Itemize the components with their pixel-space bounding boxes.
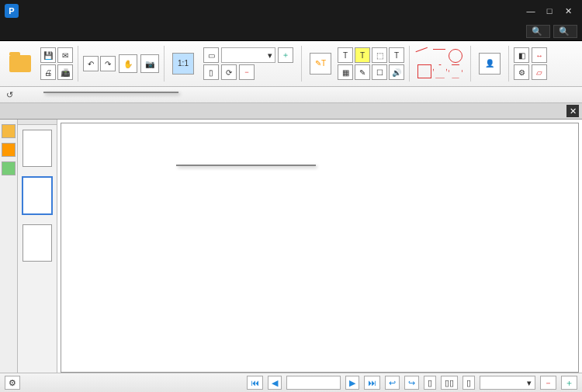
sb-settings[interactable]: ⚙: [5, 376, 20, 390]
rect-shape[interactable]: [417, 64, 431, 78]
undo-icon[interactable]: ↶: [83, 56, 99, 71]
close-button[interactable]: ✕: [559, 6, 577, 16]
menu-edit[interactable]: [16, 29, 25, 33]
next-page-button[interactable]: ▶: [345, 376, 359, 390]
thumbnail-header: [18, 120, 57, 125]
tool8-icon[interactable]: 🔊: [389, 64, 404, 80]
titlebar-links: ― □ ✕: [476, 6, 577, 16]
zoom-in-status[interactable]: ＋: [561, 376, 577, 390]
first-page-button[interactable]: ⏮: [247, 376, 263, 390]
addtext-icon[interactable]: T: [338, 47, 353, 63]
pentagon-shape[interactable]: [433, 64, 447, 78]
highlight-icon[interactable]: T: [355, 47, 370, 63]
zoom-combo[interactable]: ▾: [221, 47, 275, 63]
fit2-icon[interactable]: ▯: [203, 64, 219, 80]
arrow-shape[interactable]: [433, 49, 445, 62]
last-page-button[interactable]: ⏭: [364, 376, 380, 390]
redo-icon[interactable]: ↷: [100, 56, 116, 71]
tool6-icon[interactable]: ✎: [355, 64, 370, 80]
tab-close-icon[interactable]: ✕: [566, 105, 579, 117]
fit-icon[interactable]: ▭: [203, 47, 219, 63]
page-indicator[interactable]: [286, 376, 341, 390]
circle-shape[interactable]: [449, 49, 462, 63]
menu-tools[interactable]: [70, 29, 79, 33]
rotate-icon[interactable]: ⟳: [221, 64, 237, 80]
sidetab-3[interactable]: [2, 161, 16, 175]
advanced-find-button[interactable]: 🔍: [553, 25, 577, 38]
maximize-button[interactable]: □: [540, 6, 559, 16]
hexagon-shape[interactable]: [449, 64, 462, 78]
sidetab-2[interactable]: [2, 143, 16, 157]
menu-file[interactable]: [5, 29, 14, 33]
zoom-out-icon[interactable]: －: [239, 64, 255, 80]
app-logo: P: [5, 4, 19, 18]
find-button[interactable]: 🔍: [526, 25, 550, 38]
tool4-icon[interactable]: T: [389, 47, 404, 63]
eraser-icon[interactable]: ◧: [514, 47, 529, 63]
sidetab-1[interactable]: [2, 124, 16, 138]
menu-view[interactable]: [26, 29, 36, 33]
thumbnail-2[interactable]: [22, 176, 53, 215]
thumbnail-3[interactable]: [23, 224, 52, 262]
gear-icon[interactable]: ⚙: [514, 64, 529, 80]
back-nav-button[interactable]: ↩: [385, 376, 400, 390]
minimize-button[interactable]: ―: [521, 6, 540, 16]
zoom-in-icon[interactable]: ＋: [278, 47, 293, 63]
save-icon[interactable]: 💾: [40, 47, 56, 63]
thumbnail-panel: [18, 120, 57, 373]
side-icon-strip: [0, 120, 18, 373]
snapshot-icon[interactable]: 📷: [140, 54, 159, 73]
shapes-grid: [417, 49, 462, 78]
scan-icon[interactable]: 📠: [57, 64, 73, 80]
zoom-status[interactable]: ▾: [480, 376, 535, 390]
nav-toolbar: ↺: [0, 87, 582, 103]
open-button[interactable]: [6, 48, 34, 79]
document-view[interactable]: [61, 123, 579, 373]
actual-size-icon[interactable]: 1:1: [172, 53, 194, 75]
area-icon[interactable]: ▱: [532, 64, 547, 80]
tool7-icon[interactable]: ☐: [372, 64, 387, 80]
layout-1[interactable]: ▯: [424, 376, 436, 390]
hand-tool-icon[interactable]: ✋: [119, 54, 137, 73]
stamp-icon[interactable]: 👤: [479, 53, 501, 75]
ribbon: 💾 ✉ 🖨 📠 ↶ ↷ ✋ 📷 1:1 ▭ ▾ ＋ ▯ ⟳ － ✎T T: [0, 41, 582, 87]
tool5-icon[interactable]: ▦: [338, 64, 353, 80]
insert-page-submenu: [176, 165, 316, 166]
line-shape[interactable]: [416, 47, 432, 63]
fwd-nav-button[interactable]: ↪: [404, 376, 419, 390]
thumbnail-1[interactable]: [23, 130, 52, 167]
mail-icon[interactable]: ✉: [57, 47, 73, 63]
menu-window[interactable]: [81, 29, 90, 33]
menu-form[interactable]: [59, 29, 68, 33]
rotate-left-btn[interactable]: ↺: [6, 90, 13, 100]
distance-icon[interactable]: ↔: [532, 47, 547, 63]
main-menu: [5, 29, 90, 33]
menu-document[interactable]: [37, 29, 47, 33]
print-icon[interactable]: 🖨: [40, 64, 56, 80]
menu-annotate[interactable]: [48, 29, 57, 33]
tool3-icon[interactable]: ⬚: [372, 47, 387, 63]
prev-page-button[interactable]: ◀: [268, 376, 282, 390]
layout-2[interactable]: ▯▯: [441, 376, 458, 390]
zoom-out-status[interactable]: －: [540, 376, 556, 390]
edit-content-icon[interactable]: ✎T: [310, 53, 331, 75]
layout-3[interactable]: ▯: [462, 376, 475, 390]
status-bar: ⚙ ⏮ ◀ ▶ ⏭ ↩ ↪ ▯ ▯▯ ▯ ▾ － ＋: [0, 373, 582, 392]
document-tab[interactable]: ✕: [0, 103, 582, 120]
context-menu: [43, 92, 178, 93]
